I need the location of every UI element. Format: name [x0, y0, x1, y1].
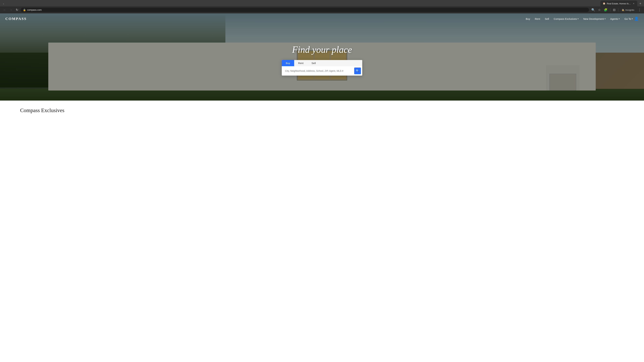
- hero-content: Find your place Buy Rent Sell 🔍: [0, 24, 644, 100]
- search-tab-rent[interactable]: Rent: [294, 60, 308, 66]
- nav-item-exclusives[interactable]: Compass Exclusives ▾: [554, 17, 578, 20]
- menu-button[interactable]: ⋮: [637, 7, 642, 12]
- browser-tab-active[interactable]: 🏠 Real Estate, Homes for Sale & A ×: [600, 1, 637, 6]
- tab-search-button[interactable]: ⊟: [612, 7, 616, 12]
- browser-toolbar: ← → ↻ 🔒 🔍 ☆ 🧩 ⊟ 🕵 Incognito ⋮: [0, 6, 644, 13]
- forward-icon: →: [10, 8, 12, 12]
- incognito-icon: 🕵: [622, 9, 624, 11]
- search-submit-button[interactable]: 🔍: [354, 67, 361, 74]
- nav-link-goto[interactable]: Go To ▾: [624, 17, 633, 20]
- hero-title: Find your place: [292, 44, 352, 55]
- site-nav: COMPASS Buy Rent Sell Compass Exclusives…: [0, 13, 644, 24]
- nav-link-sell[interactable]: Sell: [545, 17, 549, 20]
- search-input-row: 🔍: [282, 66, 362, 76]
- refresh-button[interactable]: ↻: [15, 7, 19, 12]
- extensions-button[interactable]: 🧩: [603, 7, 608, 12]
- chevron-down-icon: ▾: [578, 18, 578, 20]
- nav-link-rent[interactable]: Rent: [535, 17, 540, 20]
- nav-item-goto[interactable]: Go To ▾: [624, 17, 633, 20]
- incognito-badge: 🕵 Incognito: [620, 8, 636, 12]
- search-tabs: Buy Rent Sell: [282, 60, 362, 66]
- secure-icon: 🔒: [23, 8, 26, 11]
- back-icon: ←: [3, 8, 6, 12]
- chevron-down-icon-3: ▾: [619, 18, 620, 20]
- nav-link-exclusives[interactable]: Compass Exclusives ▾: [554, 17, 578, 20]
- nav-item-agents[interactable]: Agents ▾: [610, 17, 620, 20]
- bookmark-button[interactable]: ☆: [597, 7, 602, 12]
- chevron-down-icon-4: ▾: [632, 18, 633, 20]
- search-input[interactable]: [283, 68, 353, 73]
- url-input[interactable]: [27, 8, 587, 11]
- toolbar-divider: [610, 8, 610, 11]
- nav-link-agents[interactable]: Agents ▾: [610, 17, 620, 20]
- nav-item-buy[interactable]: Buy: [526, 17, 530, 20]
- site-wrapper: COMPASS Buy Rent Sell Compass Exclusives…: [0, 13, 644, 120]
- search-toolbar-button[interactable]: 🔍: [590, 7, 596, 12]
- nav-item-new-dev[interactable]: New Development ▾: [583, 17, 606, 20]
- nav-link-new-development[interactable]: New Development ▾: [583, 17, 606, 20]
- tab-favicon: 🏠: [603, 2, 606, 5]
- site-logo[interactable]: COMPASS: [5, 16, 27, 21]
- tab-bar: ⌄ 🏠 Real Estate, Homes for Sale & A × +: [0, 0, 644, 6]
- nav-links: Buy Rent Sell Compass Exclusives ▾ New: [526, 17, 633, 20]
- search-icon: 🔍: [356, 69, 359, 72]
- address-bar[interactable]: 🔒: [21, 8, 589, 12]
- tab-close-button[interactable]: ×: [632, 2, 635, 5]
- incognito-label: Incognito: [626, 9, 634, 11]
- back-button[interactable]: ←: [2, 7, 7, 12]
- tab-title: Real Estate, Homes for Sale & A: [607, 2, 631, 5]
- forward-button[interactable]: →: [8, 7, 14, 12]
- nav-link-buy[interactable]: Buy: [526, 17, 530, 20]
- user-icon[interactable]: 👤: [634, 16, 639, 21]
- toolbar-actions: 🔍 ☆ 🧩 ⊟ 🕵 Incognito ⋮: [590, 7, 642, 12]
- search-tab-sell[interactable]: Sell: [308, 60, 320, 66]
- tab-list-expand[interactable]: ⌄: [1, 2, 6, 5]
- search-tab-buy[interactable]: Buy: [282, 60, 294, 66]
- hero-section: COMPASS Buy Rent Sell Compass Exclusives…: [0, 13, 644, 100]
- nav-item-sell[interactable]: Sell: [545, 17, 549, 20]
- nav-item-rent[interactable]: Rent: [535, 17, 540, 20]
- chevron-down-icon-2: ▾: [604, 18, 606, 20]
- new-tab-button[interactable]: +: [638, 1, 643, 6]
- refresh-icon: ↻: [16, 8, 18, 12]
- search-widget: Buy Rent Sell 🔍: [282, 60, 362, 76]
- compass-exclusives-heading: Compass Exclusives: [20, 107, 624, 113]
- browser-chrome: ⌄ 🏠 Real Estate, Homes for Sale & A × + …: [0, 0, 644, 13]
- below-hero-section: Compass Exclusives: [0, 100, 644, 120]
